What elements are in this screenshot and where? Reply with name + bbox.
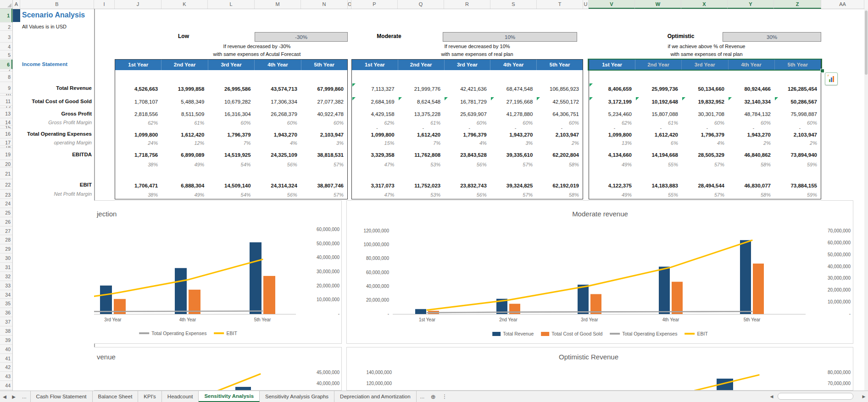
hscroll-thumb[interactable] — [778, 393, 853, 400]
row-header-34[interactable]: 34 — [0, 291, 12, 299]
sheet-tab-kpi-s[interactable]: KPI's — [138, 391, 161, 402]
cell-net-profit-margin[interactable]: 55% — [635, 191, 682, 198]
column-header-X[interactable]: X — [681, 0, 728, 9]
cell-operating-margin[interactable]: 4% — [682, 139, 728, 147]
year-header-cell[interactable]: 3rd Year — [208, 60, 255, 70]
year-header-cell[interactable]: 5th Year — [537, 60, 583, 70]
row-header-21[interactable]: 21 — [0, 168, 12, 179]
cell-total-revenue[interactable]: 68,474,548 — [490, 83, 537, 94]
column-header-Q[interactable]: Q — [398, 0, 444, 9]
cell-operating-margin[interactable]: 15% — [352, 139, 398, 147]
cell-a1-fill[interactable] — [13, 9, 20, 22]
cell-ebit[interactable]: 3,317,073 — [352, 180, 398, 191]
cell-operating-margin[interactable]: 2% — [774, 139, 821, 147]
row-label-ebit[interactable]: EBIT — [18, 180, 92, 190]
cell-total-cogs[interactable]: 42,550,172 — [536, 97, 583, 107]
cell-ebitda-margin[interactable]: 53% — [398, 161, 445, 168]
cell-total-opex[interactable]: 1,943,270 — [728, 130, 774, 139]
sheet-tab-cash-flow-statement[interactable]: Cash Flow Statement — [30, 391, 93, 402]
chart-optimistic-revenue[interactable]: Optimistic Revenue140,000,000120,000,000… — [346, 347, 853, 391]
row-header-28[interactable]: 28 — [0, 236, 12, 244]
cell-total-cogs[interactable]: 32,140,334 — [728, 97, 774, 107]
row-header-20[interactable]: 20 — [0, 160, 12, 167]
year-header-cell[interactable]: 5th Year — [301, 60, 347, 70]
column-header-O[interactable]: O — [348, 0, 351, 9]
cell-total-cogs[interactable]: 27,077,382 — [301, 97, 347, 107]
cell-total-revenue[interactable]: 21,999,776 — [398, 83, 445, 94]
cell-ebitda[interactable]: 4,134,660 — [589, 149, 635, 161]
column-header-B[interactable]: B — [20, 0, 94, 9]
cell-ebit[interactable]: 46,830,077 — [728, 180, 774, 191]
cell-ebitda[interactable]: 28,505,329 — [682, 149, 728, 161]
row-header-9[interactable]: 9 — [0, 83, 12, 94]
column-header-K[interactable]: K — [161, 0, 208, 9]
cell-total-cogs[interactable]: 2,684,169 — [352, 97, 398, 107]
cell-gross-profit[interactable]: 40,922,478 — [301, 109, 347, 119]
scenario-name[interactable]: Moderate — [357, 33, 421, 39]
row-header-44[interactable]: 44 — [0, 381, 12, 390]
selection-fill-handle[interactable] — [820, 69, 824, 73]
cell-gross-profit[interactable]: 30,301,708 — [682, 109, 728, 119]
cell-total-revenue[interactable]: 106,856,923 — [536, 83, 583, 94]
column-header-I[interactable]: I — [94, 0, 115, 9]
year-header-cell[interactable]: 3rd Year — [682, 60, 728, 70]
row-label-ebitda[interactable]: EBITDA — [18, 149, 92, 160]
cell-ebitda[interactable]: 6,899,089 — [161, 149, 208, 161]
cell-operating-margin[interactable]: 12% — [161, 139, 208, 147]
row-header-12[interactable]: 12 — [0, 106, 12, 108]
cell-net-profit-margin[interactable]: 54% — [208, 191, 254, 198]
cell-net-profit-margin[interactable]: 57% — [682, 191, 728, 198]
cell-operating-margin[interactable]: 4% — [255, 139, 301, 147]
cell-ebit[interactable]: 24,314,324 — [255, 180, 301, 191]
cell-gross-profit[interactable]: 16,316,304 — [208, 109, 254, 119]
cell-operating-margin[interactable]: 3% — [490, 139, 537, 147]
cell-ebitda-margin[interactable]: 55% — [635, 161, 682, 168]
row-header-31[interactable]: 31 — [0, 263, 12, 272]
row-header-6[interactable]: 6 — [0, 60, 12, 69]
cell-gross-profit-margin[interactable]: 61% — [161, 119, 208, 127]
scenario-name[interactable]: Low — [151, 33, 216, 39]
row-header-19[interactable]: 19 — [0, 149, 12, 160]
cell-net-profit-margin[interactable]: 56% — [444, 191, 490, 198]
cell-gross-profit[interactable]: 2,818,556 — [115, 109, 161, 119]
cell-operating-margin[interactable]: 7% — [208, 139, 254, 147]
cell-total-revenue[interactable]: 25,999,736 — [635, 83, 682, 94]
cell-total-opex[interactable]: 1,943,270 — [255, 130, 301, 139]
column-header-L[interactable]: L — [208, 0, 255, 9]
cell-ebitda-margin[interactable]: 57% — [682, 161, 728, 168]
cell-gross-profit[interactable]: 13,375,228 — [398, 109, 445, 119]
row-header-33[interactable]: 33 — [0, 281, 12, 290]
row-header-41[interactable]: 41 — [0, 354, 12, 363]
cell-gross-profit[interactable]: 25,639,907 — [444, 109, 490, 119]
sheet-tab-balance-sheet[interactable]: Balance Sheet — [93, 391, 139, 402]
cell-net-profit-margin[interactable]: 59% — [774, 191, 821, 198]
column-header-P[interactable]: P — [351, 0, 398, 9]
legend-item[interactable]: Total Operating Expenses — [139, 330, 206, 336]
cell-net-profit-margin[interactable]: 49% — [161, 191, 208, 198]
cell-total-cogs[interactable]: 19,832,952 — [682, 97, 728, 107]
select-all-button[interactable] — [0, 0, 13, 9]
cell-ebitda[interactable]: 11,762,808 — [398, 149, 445, 161]
row-header-4[interactable]: 4 — [0, 43, 12, 50]
cell-gross-profit[interactable]: 4,429,158 — [352, 109, 398, 119]
row-header-39[interactable]: 39 — [0, 336, 12, 345]
cell-net-profit-margin[interactable]: 57% — [301, 191, 347, 198]
cell-total-cogs[interactable]: 5,488,349 — [161, 97, 208, 107]
year-header-cell[interactable]: 5th Year — [775, 60, 821, 70]
column-header-J[interactable]: J — [115, 0, 161, 9]
year-header-cell[interactable]: 4th Year — [729, 60, 775, 70]
column-header-U[interactable]: U — [583, 0, 589, 9]
cell-ebit[interactable]: 38,807,746 — [301, 180, 347, 191]
cell-net-profit-margin[interactable]: 49% — [589, 191, 635, 198]
cell-ebitda-margin[interactable]: 54% — [208, 161, 254, 168]
column-header-S[interactable]: S — [490, 0, 537, 9]
scenario-name[interactable]: Optimistic — [649, 33, 713, 39]
cell-ebitda-margin[interactable]: 59% — [774, 161, 821, 168]
row-header-38[interactable]: 38 — [0, 327, 12, 336]
cell-total-opex[interactable]: 1,612,420 — [635, 130, 682, 139]
row-header-2[interactable]: 2 — [0, 23, 12, 31]
new-sheet-icon[interactable]: ⊕ — [428, 391, 438, 402]
legend-item[interactable]: Total Cost of Good Sold — [541, 331, 602, 336]
cell-total-opex[interactable]: 1,612,420 — [161, 130, 208, 139]
sheet-tab-sensitivity-analysis-graphs[interactable]: Sensitivity Analysis Graphs — [260, 391, 334, 402]
